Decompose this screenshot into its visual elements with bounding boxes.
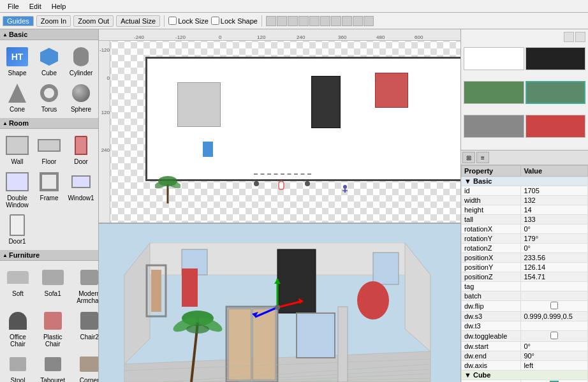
align-icon-5[interactable]: [309, 16, 320, 26]
prop-height-value[interactable]: 14: [521, 205, 588, 215]
material-gray[interactable]: [464, 115, 524, 138]
prop-posx-value[interactable]: 233.56: [521, 253, 588, 263]
align-icon-6[interactable]: [320, 16, 330, 26]
align-icon-9[interactable]: [353, 16, 363, 26]
furniture-item-stool[interactable]: Stool: [3, 351, 33, 382]
lock-size-check[interactable]: Lock Size: [168, 17, 209, 25]
svg-rect-28: [338, 307, 348, 382]
prop-dwaxis-value[interactable]: left: [521, 361, 588, 371]
prop-tag-value[interactable]: [521, 282, 588, 291]
section-room-header[interactable]: ▲ Room: [0, 118, 98, 129]
lock-shape-checkbox[interactable]: [211, 17, 219, 25]
furniture-item-sofa[interactable]: Sofa1: [36, 265, 70, 305]
align-icon-10[interactable]: [364, 16, 374, 26]
view-3d[interactable]: [99, 224, 460, 382]
armchair-icon: [80, 270, 98, 285]
props-list-btn[interactable]: ≡: [476, 152, 489, 163]
shape-item-torus[interactable]: Torus: [34, 80, 64, 114]
plastic-chair-icon: [44, 312, 62, 330]
prop-dwflip-value[interactable]: [521, 301, 588, 312]
zoom-in-button[interactable]: Zoom In: [36, 15, 71, 27]
align-icon-2[interactable]: [277, 16, 287, 26]
furniture-item-armchair[interactable]: Modern Armchair: [72, 265, 99, 305]
prop-roty-value[interactable]: 179°: [521, 234, 588, 244]
shape-item-sphere[interactable]: Sphere: [66, 80, 96, 114]
prop-tall-value[interactable]: 133: [521, 215, 588, 224]
soft-icon: [7, 271, 29, 284]
prop-dwend-value[interactable]: 90°: [521, 351, 588, 361]
section-furniture-header[interactable]: ▲ Furniture: [0, 250, 98, 261]
prop-dws3-value[interactable]: 0.999,0.999,0.5: [521, 312, 588, 321]
fp-red-obj[interactable]: [375, 73, 408, 108]
prop-width-value[interactable]: 132: [521, 196, 588, 205]
align-icon-3[interactable]: [288, 16, 298, 26]
zoom-out-button[interactable]: Zoom Out: [73, 15, 114, 27]
prop-roty-label: rotationY: [462, 234, 521, 244]
shape-item-cube[interactable]: Cube: [34, 44, 64, 78]
room-item-door[interactable]: Door: [66, 133, 96, 166]
menu-file[interactable]: File: [3, 1, 24, 11]
wall-icon-container: [6, 134, 29, 157]
furniture-item-corner[interactable]: Corner BookCase: [72, 351, 99, 382]
prop-posz-value[interactable]: 154.71: [521, 272, 588, 282]
align-icon-4[interactable]: [298, 16, 309, 26]
shape-item-cone[interactable]: Cone: [3, 80, 32, 114]
prop-rotz-value[interactable]: 0°: [521, 244, 588, 253]
material-teal-selected[interactable]: [526, 81, 586, 104]
material-red[interactable]: [526, 115, 586, 138]
prop-dwt3-value[interactable]: [521, 321, 588, 331]
align-icon-8[interactable]: [342, 16, 352, 26]
panel-icon-2[interactable]: [575, 32, 585, 42]
material-green[interactable]: [464, 81, 524, 104]
prop-rotx-value[interactable]: 0°: [521, 224, 588, 234]
guides-tab[interactable]: Guides: [3, 16, 34, 26]
furniture-item-chair2[interactable]: Chair2: [72, 308, 99, 349]
floor-plan[interactable]: [110, 41, 460, 223]
shape-item-shape[interactable]: HT Shape: [3, 44, 32, 78]
prop-posy-value[interactable]: 126.14: [521, 263, 588, 272]
menu-edit[interactable]: Edit: [24, 1, 47, 11]
room-item-wall[interactable]: Wall: [3, 133, 32, 166]
furniture-item-plastic-chair[interactable]: Plastic Chair: [36, 308, 70, 349]
prop-id-value[interactable]: 1705: [521, 186, 588, 196]
fp-selected-indicator[interactable]: [203, 142, 213, 157]
furniture-item-soft[interactable]: Soft: [3, 265, 33, 305]
section-basic-header[interactable]: ▲ Basic: [0, 29, 98, 40]
armchair-icon-container: [78, 266, 99, 289]
room-item-dblwindow[interactable]: Double Window: [3, 169, 32, 210]
fp-gray-box[interactable]: [177, 82, 221, 127]
props-grid-btn[interactable]: ⊞: [462, 152, 475, 163]
fp-dark-box[interactable]: [311, 76, 341, 128]
lock-shape-check[interactable]: Lock Shape: [211, 17, 258, 25]
dwflip-checkbox[interactable]: [550, 302, 558, 309]
furniture-item-office-chair[interactable]: Office Chair: [3, 308, 33, 349]
align-icon-1[interactable]: [266, 16, 276, 26]
prop-dwstart-value[interactable]: 0°: [521, 342, 588, 351]
room-item-floor[interactable]: Floor: [34, 133, 64, 166]
align-icon-7[interactable]: [331, 16, 341, 26]
left-panel: ▲ Basic HT Shape Cube Cylinder Cone T: [0, 29, 99, 382]
dwtoggle-checkbox[interactable]: [550, 332, 558, 339]
main-layout: ▲ Basic HT Shape Cube Cylinder Cone T: [0, 29, 588, 382]
room-item-frame[interactable]: Frame: [34, 169, 64, 210]
tabouret-icon-container: [41, 353, 64, 376]
window1-label: Window1: [68, 195, 94, 202]
menu-help[interactable]: Help: [47, 1, 71, 11]
ht-icon: HT: [6, 47, 28, 66]
actual-size-button[interactable]: Actual Size: [116, 15, 160, 27]
panel-icon-1[interactable]: [564, 32, 574, 42]
material-black[interactable]: [526, 47, 586, 70]
room-item-door1[interactable]: Door1: [3, 212, 32, 246]
props-col-property: Property: [462, 166, 521, 177]
prop-batch-value[interactable]: [521, 291, 588, 301]
top-view[interactable]: -240 -120 0 120 240 360 480 600 -120 0 1…: [99, 29, 460, 224]
lock-size-checkbox[interactable]: [168, 17, 177, 25]
fp-handle-2[interactable]: [305, 181, 310, 186]
furniture-item-tabouret[interactable]: Tabouret Bar: [36, 351, 70, 382]
prop-alllight-value[interactable]: ✓: [521, 380, 588, 383]
room-item-window1[interactable]: Window1: [66, 169, 96, 210]
prop-dwtoggle-value[interactable]: [521, 331, 588, 342]
fp-handle-1[interactable]: [254, 181, 259, 186]
shape-item-cylinder[interactable]: Cylinder: [66, 44, 96, 78]
material-white[interactable]: [464, 47, 524, 70]
